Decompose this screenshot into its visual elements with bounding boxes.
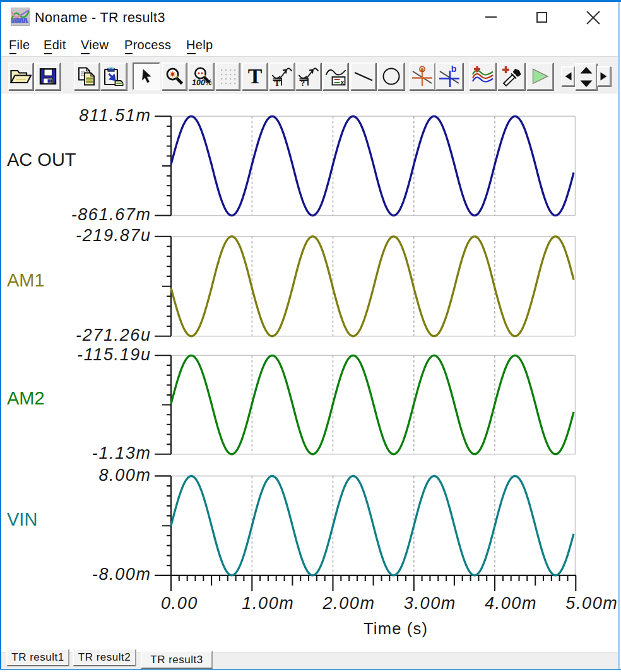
svg-text:3.00m: 3.00m [404, 594, 456, 613]
svg-text:AM1: AM1 [7, 270, 45, 290]
svg-text:AC OUT: AC OUT [7, 150, 76, 170]
svg-text:b: b [451, 66, 457, 74]
svg-text:T: T [247, 68, 262, 85]
svg-text:8.00m: 8.00m [98, 466, 151, 485]
svg-text:-115.19u: -115.19u [77, 345, 151, 364]
svg-text:4.00m: 4.00m [485, 594, 537, 613]
svg-text:VIN: VIN [7, 509, 37, 529]
svg-text:x: x [340, 78, 344, 86]
svg-text:5.00m: 5.00m [565, 594, 618, 613]
svg-text:-861.67m: -861.67m [71, 205, 151, 224]
svg-text:100%: 100% [192, 78, 211, 86]
svg-text:-219.87u: -219.87u [76, 226, 151, 245]
svg-text:a: a [420, 66, 424, 73]
svg-text:AM2: AM2 [7, 388, 45, 408]
svg-text:811.51m: 811.51m [79, 106, 151, 125]
svg-text:1.00m: 1.00m [242, 594, 294, 613]
svg-text:-1.13m: -1.13m [92, 444, 151, 463]
svg-text:-8.00m: -8.00m [92, 565, 151, 584]
svg-text:Time (s): Time (s) [364, 620, 428, 637]
svg-text:?: ? [300, 78, 305, 86]
svg-text:0.00: 0.00 [161, 594, 198, 613]
svg-text:T: T [274, 78, 280, 86]
svg-text:-271.26u: -271.26u [76, 326, 151, 345]
svg-text:2.00m: 2.00m [322, 594, 376, 613]
